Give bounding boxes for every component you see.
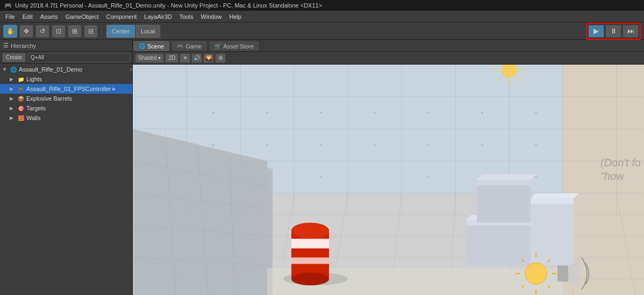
menu-file[interactable]: File [2,12,18,21]
svg-text:"how: "how [600,170,625,182]
hierarchy-content: ▼ 🌐 Assault_Rifle_01_Demo ≡ ▶ 📁 Lights ▶… [0,64,132,295]
barrels-icon: 📦 [17,95,25,102]
hierarchy-toolbar: Create Q⌖All [0,52,132,64]
pause-button[interactable]: ⏸ [605,25,621,38]
hierarchy-item-walls[interactable]: ▶ 🧱 Walls [0,113,132,123]
search-placeholder: Q⌖All [31,54,44,61]
controller-icon: 🎮 [17,85,25,93]
svg-rect-82 [531,199,574,204]
main-area: ☰ Hierarchy Create Q⌖All ▼ 🌐 Assault_Rif… [0,40,644,295]
tab-scene[interactable]: 🌐 Scene [133,40,170,51]
walls-item-label: Walls [26,115,40,121]
tool-rotate[interactable]: ↺ [35,25,49,38]
scene-tab-icon: 🌐 [139,43,145,49]
svg-marker-83 [531,193,579,199]
menu-tools[interactable]: Tools [176,12,197,21]
tab-game[interactable]: 🎮 Game [171,40,207,51]
tool-hand[interactable]: ✋ [3,25,17,38]
scene-item-label: Assault_Rifle_01_Demo [19,66,82,73]
svg-rect-87 [291,238,329,248]
shaded-dropdown[interactable]: Shaded ▾ [135,53,164,63]
scene-toolbar: Shaded ▾ 2D ☀ 🔊 🌄 ⚙ [133,52,644,65]
svg-rect-111 [557,265,568,282]
hierarchy-title: Hierarchy [11,43,36,49]
menu-bar: File Edit Assets GameObject Component La… [0,11,644,23]
shaded-arrow-icon: ▾ [158,55,161,61]
svg-point-89 [291,272,329,285]
svg-rect-81 [531,201,574,265]
scene-viewport[interactable]: (Don't fo "how [133,65,644,295]
hierarchy-item-lights[interactable]: ▶ 📁 Lights [0,74,132,84]
toolbar-separator-1 [102,26,102,37]
menu-component[interactable]: Component [103,12,140,21]
hierarchy-header: ☰ Hierarchy [0,40,132,52]
unity-logo-icon: 🎮 [4,2,12,9]
hierarchy-item-controller[interactable]: ▶ 🎮 Assault_Rifle_01_FPSController ▶ [0,84,132,94]
expand-arrow-walls: ▶ [10,115,17,121]
tool-move[interactable]: ✥ [19,25,33,38]
title-bar: 🎮 Unity 2018.4.7f1 Personal - Assault_Ri… [0,0,644,11]
hierarchy-item-scene[interactable]: ▼ 🌐 Assault_Rifle_01_Demo ≡ [0,65,132,74]
expand-arrow-targets: ▶ [10,106,17,111]
tab-asset-store[interactable]: 🛒 Asset Store [209,40,260,51]
barrels-item-label: Explosive Barrels [26,95,72,102]
pivot-group: Center Local [106,24,161,38]
audio-button[interactable]: 🔊 [191,53,202,63]
mode-2d-button[interactable]: 2D [165,53,178,63]
svg-rect-79 [477,180,531,185]
menu-edit[interactable]: Edit [19,12,36,21]
svg-point-90 [291,223,329,239]
asset-tab-label: Asset Store [223,43,254,50]
asset-tab-icon: 🛒 [214,43,221,49]
skybox-button[interactable]: 🌄 [203,53,214,63]
scene-tab-label: Scene [147,43,164,50]
svg-rect-78 [477,182,531,223]
svg-marker-80 [477,174,536,180]
game-tab-label: Game [185,43,202,50]
hierarchy-list-icon: ☰ [3,42,9,49]
controller-arrow-icon: ▶ [112,86,116,92]
hierarchy-panel: ☰ Hierarchy Create Q⌖All ▼ 🌐 Assault_Rif… [0,40,133,295]
local-button[interactable]: Local [135,25,160,38]
play-button[interactable]: ▶ [588,25,604,38]
tabs-bar: 🌐 Scene 🎮 Game 🛒 Asset Store [133,40,644,52]
shaded-label: Shaded [138,55,156,61]
search-box[interactable]: Q⌖All [28,53,130,62]
hierarchy-item-barrels[interactable]: ▶ 📦 Explosive Barrels [0,94,132,103]
expand-arrow-barrels: ▶ [10,96,17,101]
expand-arrow-scene: ▼ [2,67,10,72]
menu-layaair3d[interactable]: LayaAir3D [141,12,175,21]
tool-rect[interactable]: ⊞ [68,25,82,38]
game-tab-icon: 🎮 [177,43,183,49]
window-title: Unity 2018.4.7f1 Personal - Assault_Rifl… [15,2,322,9]
center-button[interactable]: Center [106,25,135,38]
lighting-button[interactable]: ☀ [180,53,190,63]
mode-2d-label: 2D [168,55,175,61]
menu-help[interactable]: Help [226,12,245,21]
lights-item-label: Lights [26,76,42,82]
create-button[interactable]: Create [2,53,26,62]
gizmos-button[interactable]: ⚙ [215,53,226,63]
tool-scale[interactable]: ⊡ [52,25,66,38]
menu-assets[interactable]: Assets [37,12,61,21]
targets-item-label: Targets [26,105,46,111]
step-button[interactable]: ⏭ [622,25,639,38]
walls-icon: 🧱 [17,114,25,122]
menu-window[interactable]: Window [197,12,225,21]
menu-gameobject[interactable]: GameObject [62,12,102,21]
expand-arrow-controller: ▶ [10,86,17,92]
toolbar: ✋ ✥ ↺ ⊡ ⊞ ⊟ Center Local ▶ ⏸ ⏭ [0,23,644,40]
controller-item-label: Assault_Rifle_01_FPSController [26,86,111,92]
expand-arrow-lights: ▶ [10,76,17,82]
tool-multi[interactable]: ⊟ [84,25,98,38]
svg-text:(Don't fo: (Don't fo [600,157,641,168]
scene-icon: 🌐 [10,66,17,73]
lights-folder-icon: 📁 [17,75,25,83]
play-controls: ▶ ⏸ ⏭ [586,23,641,40]
scene-area: 🌐 Scene 🎮 Game 🛒 Asset Store Shaded ▾ 2D… [133,40,644,295]
svg-rect-75 [466,223,531,266]
svg-rect-88 [291,257,329,264]
scene-background: (Don't fo "how [133,65,644,295]
scene-options-icon: ≡ [130,67,132,72]
hierarchy-item-targets[interactable]: ▶ 🎯 Targets [0,103,132,113]
